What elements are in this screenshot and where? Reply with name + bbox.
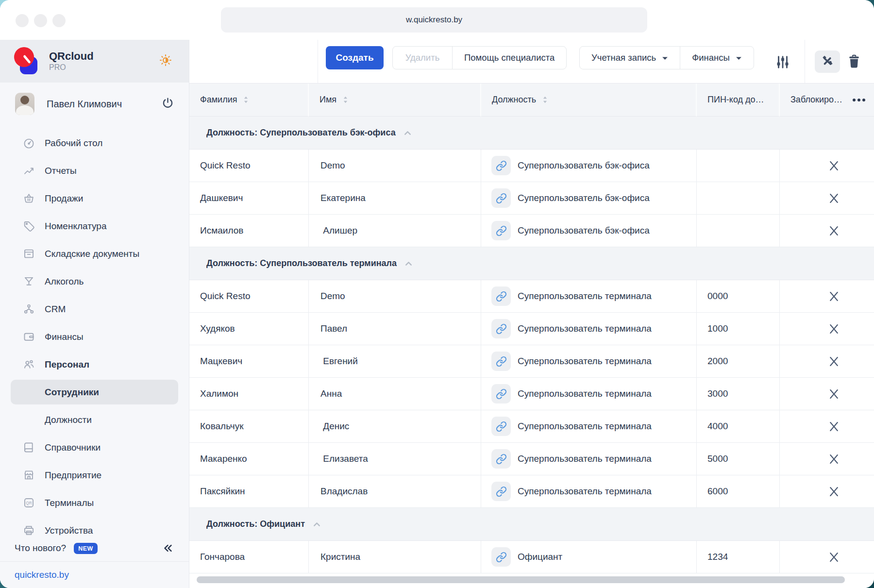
sidebar: QRcloud PRO Павел Климович — [0, 40, 189, 588]
column-header-label: Должность — [492, 95, 536, 105]
sidebar-item-enterprise[interactable]: Предприятие — [0, 461, 189, 489]
create-button[interactable]: Создать — [326, 46, 384, 69]
sidebar-item-finance[interactable]: Финансы — [0, 323, 189, 351]
linked-role-icon[interactable] — [491, 417, 511, 436]
cell-name: Павел — [309, 313, 481, 345]
not-blocked-x-icon[interactable] — [826, 223, 841, 238]
group-header-row[interactable]: Должность: Официант — [189, 508, 874, 541]
sidebar-item-warehouse-docs[interactable]: Складские документы — [0, 240, 189, 268]
window-minimize-button[interactable] — [34, 14, 47, 27]
cell-pin-code — [697, 182, 780, 214]
cell-role: Суперпользователь терминала — [481, 313, 697, 345]
cell-role: Суперпользователь терминала — [481, 443, 697, 475]
filter-sliders-icon[interactable] — [773, 53, 792, 71]
not-blocked-x-icon[interactable] — [826, 158, 841, 173]
current-user-row[interactable]: Павел Климович — [0, 83, 189, 125]
qrcloud-logo-icon — [14, 47, 40, 75]
table-row[interactable]: Исмаилов АлишерСуперпользователь бэк-офи… — [189, 215, 874, 247]
not-blocked-x-icon[interactable] — [826, 321, 841, 336]
not-blocked-x-icon[interactable] — [826, 484, 841, 499]
cell-surname: Паксяйкин — [189, 475, 309, 507]
collapse-group-chevron-icon[interactable] — [403, 128, 413, 138]
sidebar-item-desktop[interactable]: Рабочий стол — [0, 129, 189, 157]
table-row[interactable]: ГончароваКристинаОфициант1234 — [189, 541, 874, 573]
table-row[interactable]: Мацкевич ЕвгенийСуперпользователь термин… — [189, 345, 874, 378]
not-blocked-x-icon[interactable] — [826, 419, 841, 434]
cell-surname: Макаренко — [189, 443, 309, 475]
linked-role-icon[interactable] — [491, 547, 511, 567]
table-row[interactable]: ХалимонАннаСуперпользователь терминала30… — [189, 378, 874, 410]
cell-name: Владислав — [309, 475, 481, 507]
finance-dropdown[interactable]: Финансы — [680, 47, 754, 69]
column-settings-menu-icon[interactable] — [850, 96, 868, 104]
theme-brightness-icon[interactable] — [159, 53, 172, 69]
group-header-row[interactable]: Должность: Суперпользователь бэк-офиса — [189, 117, 874, 150]
sidebar-item-alcohol[interactable]: Алкоголь — [0, 268, 189, 295]
cell-blocked — [780, 378, 874, 410]
logout-power-icon[interactable] — [161, 97, 174, 112]
table-row[interactable]: ДашкевичЕкатеринаСуперпользователь бэк-о… — [189, 182, 874, 215]
sort-arrows-icon[interactable] — [243, 96, 249, 103]
delete-button[interactable]: Удалить — [393, 47, 452, 69]
linked-role-icon[interactable] — [491, 482, 511, 501]
window-close-button[interactable] — [16, 14, 29, 27]
linked-role-icon[interactable] — [491, 188, 511, 208]
not-blocked-x-icon[interactable] — [826, 191, 841, 205]
not-blocked-x-icon[interactable] — [826, 289, 841, 303]
column-header-name[interactable]: Имя — [309, 84, 481, 117]
sidebar-item-nomenclature[interactable]: Номенклатура — [0, 212, 189, 240]
specialist-help-button[interactable]: Помощь специалиста — [452, 47, 566, 69]
group-header-row[interactable]: Должность: Суперпользователь терминала — [189, 247, 874, 280]
trash-icon[interactable] — [846, 51, 862, 72]
sidebar-item-crm[interactable]: CRM — [0, 295, 189, 323]
linked-role-icon[interactable] — [491, 221, 511, 240]
table-row[interactable]: ХудяковПавелСуперпользователь терминала1… — [189, 313, 874, 345]
not-blocked-x-icon[interactable] — [826, 354, 841, 369]
table-row[interactable]: Quick RestoDemoСуперпользователь бэк-офи… — [189, 150, 874, 182]
sidebar-item-label: Номенклатура — [45, 221, 107, 232]
table-row[interactable]: Quick RestoDemoСуперпользователь термина… — [189, 280, 874, 313]
linked-role-icon[interactable] — [491, 352, 511, 371]
sidebar-item-staff[interactable]: Персонал — [0, 351, 189, 378]
linked-role-icon[interactable] — [491, 319, 511, 338]
linked-role-icon[interactable] — [491, 384, 511, 403]
account-dropdown[interactable]: Учетная запись — [580, 47, 680, 69]
not-blocked-x-icon[interactable] — [826, 550, 841, 564]
address-bar[interactable]: w.quickresto.by — [221, 7, 647, 33]
linked-role-icon[interactable] — [491, 286, 511, 306]
window-zoom-button[interactable] — [52, 14, 66, 27]
table-row[interactable]: Ковальчук ДенисСуперпользователь термина… — [189, 410, 874, 443]
not-blocked-x-icon[interactable] — [826, 386, 841, 401]
column-header-role[interactable]: Должность — [481, 84, 697, 117]
cell-pin-code — [697, 150, 780, 182]
column-header-surname[interactable]: Фамилия — [189, 84, 309, 117]
linked-role-icon[interactable] — [491, 449, 511, 469]
cell-role: Суперпользователь бэк-офиса — [481, 182, 697, 214]
sidebar-item-employees[interactable]: Сотрудники — [11, 380, 178, 404]
linked-role-icon[interactable] — [491, 156, 511, 175]
table-row[interactable]: ПаксяйкинВладиславСуперпользователь терм… — [189, 475, 874, 508]
warehouse-icon — [22, 247, 35, 260]
not-blocked-x-icon[interactable] — [826, 452, 841, 466]
sort-arrows-icon[interactable] — [542, 96, 548, 103]
sidebar-item-references[interactable]: Справочники — [0, 434, 189, 461]
collapse-group-chevron-icon[interactable] — [312, 519, 322, 529]
table-row[interactable]: Макаренко ЕлизаветаСуперпользователь тер… — [189, 443, 874, 475]
sidebar-item-sales[interactable]: Продажи — [0, 185, 189, 212]
cell-pin-code: 4000 — [697, 410, 780, 442]
collapse-group-chevron-icon[interactable] — [403, 258, 414, 269]
sort-arrows-icon[interactable] — [343, 96, 348, 103]
role-label: Суперпользователь терминала — [518, 356, 652, 367]
scrollbar-thumb[interactable] — [197, 576, 845, 583]
role-label: Суперпользователь бэк-офиса — [518, 160, 650, 171]
collapse-sidebar-icon[interactable] — [162, 542, 174, 554]
tools-button[interactable] — [815, 50, 840, 73]
sidebar-item-terminals[interactable]: QRТерминалы — [0, 489, 189, 517]
site-link[interactable]: quickresto.by — [0, 562, 189, 588]
qr-icon: QR — [22, 496, 35, 509]
whats-new-row[interactable]: Что нового? NEW — [0, 535, 189, 561]
sidebar-item-positions[interactable]: Должности — [0, 406, 189, 434]
cocktail-icon — [22, 275, 35, 288]
column-header-label: Заблокиро… — [790, 95, 842, 105]
sidebar-item-reports[interactable]: Отчеты — [0, 157, 189, 185]
